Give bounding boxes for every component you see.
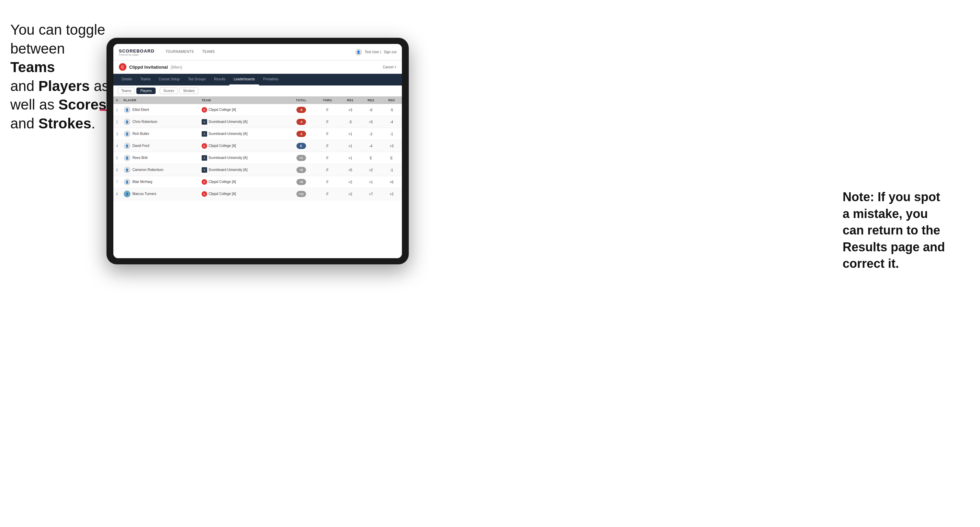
subtab-players[interactable]: Players (136, 87, 155, 94)
cell-team: CClippd College [A] (199, 188, 287, 200)
cell-team: ≡Scoreboard University [A] (199, 164, 287, 176)
cell-player: 👤Cameron Robertson (121, 164, 199, 176)
tab-teams[interactable]: Teams (136, 74, 154, 86)
cell-rd2: +1 (361, 176, 381, 188)
table-row: 2👤Chris Robertson≡Scoreboard University … (113, 116, 402, 128)
nav-tournaments[interactable]: TOURNAMENTS (161, 48, 198, 56)
cell-total: -4 (287, 116, 315, 128)
player-avatar: 👤 (124, 179, 130, 186)
player-name: Elliot Ebert (133, 108, 149, 111)
header-left: SCOREBOARD Powered by clippd TOURNAMENTS… (119, 48, 219, 56)
nav-teams[interactable]: TEAMS (198, 48, 219, 56)
left-annotation: You can toggle between Teams and Players… (10, 21, 110, 133)
cell-thru: F (315, 164, 340, 176)
tournament-header: C Clippd Invitational (Men) Cancel × (113, 60, 402, 74)
app-logo: SCOREBOARD Powered by clippd (119, 48, 154, 56)
tab-details[interactable]: Details (118, 74, 136, 86)
cell-player: 👤Rees Britt (121, 152, 199, 164)
team-logo: ≡ (202, 155, 207, 161)
player-avatar: 👤 (124, 106, 130, 113)
tab-leaderboards[interactable]: Leaderboards (229, 74, 259, 86)
col-team: TEAM (199, 97, 287, 104)
player-name: Chris Robertson (133, 120, 158, 124)
player-avatar: 👤 (124, 143, 130, 149)
cell-rd3: -1 (381, 128, 402, 140)
col-player: PLAYER (121, 97, 199, 104)
cell-rd1: -5 (340, 116, 361, 128)
score-badge: -4 (296, 119, 306, 125)
table-body: 1👤Elliot EbertCClippd College [A]-8F+3-6… (113, 104, 402, 200)
cell-player: 👤Elliot Ebert (121, 104, 199, 116)
cell-rd1: +1 (340, 128, 361, 140)
tab-course-setup[interactable]: Course Setup (154, 74, 184, 86)
cell-thru: F (315, 128, 340, 140)
cell-total: -8 (287, 104, 315, 116)
subtab-scores[interactable]: Scores (160, 87, 178, 94)
cell-rd2: +2 (361, 164, 381, 176)
cell-rd2: -6 (361, 104, 381, 116)
cell-team: CClippd College [A] (199, 176, 287, 188)
logo-title: SCOREBOARD (119, 48, 154, 54)
score-badge: +6 (296, 167, 306, 173)
players-table: # PLAYER TEAM TOTAL THRU RD1 RD2 RD3 1👤E… (113, 97, 402, 200)
tournament-gender: (Men) (171, 65, 182, 70)
tournament-name: Clippd Invitational (129, 65, 168, 70)
cell-total: +6 (287, 164, 315, 176)
cell-rd1: +5 (340, 164, 361, 176)
main-nav: TOURNAMENTS TEAMS (161, 48, 219, 56)
cell-team: CClippd College [A] (199, 140, 287, 152)
player-avatar: 👤 (124, 154, 130, 161)
tab-printables[interactable]: Printables (259, 74, 282, 86)
cell-rd3: -4 (381, 116, 402, 128)
table-row: 8👤Marcus TurnersCClippd College [A]+11F+… (113, 188, 402, 200)
cell-rd3: +3 (381, 140, 402, 152)
cell-rd1: +2 (340, 188, 361, 200)
cell-rd2: E (361, 152, 381, 164)
team-logo: C (202, 179, 207, 185)
cell-rd2: -2 (361, 128, 381, 140)
cell-rd1: +2 (340, 176, 361, 188)
annotation-left-text: You can toggle between Teams and Players… (10, 22, 109, 132)
cell-rd2: +5 (361, 116, 381, 128)
cell-team: CClippd College [A] (199, 104, 287, 116)
team-logo: ≡ (202, 167, 207, 173)
cell-player: 👤Blair McHarg (121, 176, 199, 188)
score-badge: -8 (296, 107, 306, 113)
table-header: # PLAYER TEAM TOTAL THRU RD1 RD2 RD3 (113, 97, 402, 104)
cell-player: 👤Marcus Turners (121, 188, 199, 200)
col-rd1: RD1 (340, 97, 361, 104)
cell-thru: F (315, 104, 340, 116)
right-annotation: Note: If you spota mistake, youcan retur… (843, 189, 966, 272)
col-thru: THRU (315, 97, 340, 104)
tournament-title: C Clippd Invitational (Men) (119, 63, 182, 71)
sub-tabs-bar: Teams Players Scores Strokes (113, 86, 402, 97)
tablet-screen: SCOREBOARD Powered by clippd TOURNAMENTS… (113, 44, 402, 258)
col-rd3: RD3 (381, 97, 402, 104)
player-name: Rich Butler (133, 132, 150, 136)
tab-results[interactable]: Results (210, 74, 229, 86)
cell-total: +11 (287, 188, 315, 200)
cell-thru: F (315, 116, 340, 128)
cancel-button[interactable]: Cancel × (383, 65, 396, 69)
cell-player: 👤David Ford (121, 140, 199, 152)
subtab-strokes[interactable]: Strokes (179, 87, 199, 94)
sign-out-link[interactable]: Sign out (384, 50, 396, 54)
team-logo: ≡ (202, 131, 207, 137)
team-name: Scoreboard University [A] (208, 168, 247, 171)
tab-tee-groups[interactable]: Tee Groups (184, 74, 210, 86)
player-name: Rees Britt (133, 156, 148, 160)
cell-thru: F (315, 188, 340, 200)
cell-rd3: -1 (381, 164, 402, 176)
cell-rd1: +1 (340, 152, 361, 164)
app-header: SCOREBOARD Powered by clippd TOURNAMENTS… (113, 44, 402, 60)
team-logo: C (202, 191, 207, 197)
cell-rd3: +2 (381, 188, 402, 200)
team-name: Clippd College [A] (208, 180, 236, 184)
cell-total: E (287, 140, 315, 152)
player-avatar: 👤 (124, 190, 130, 197)
cell-rd2: +7 (361, 188, 381, 200)
subtab-teams[interactable]: Teams (118, 87, 135, 94)
team-name: Clippd College [A] (208, 108, 236, 111)
col-rd2: RD2 (361, 97, 381, 104)
user-name: Test User | (365, 50, 381, 54)
